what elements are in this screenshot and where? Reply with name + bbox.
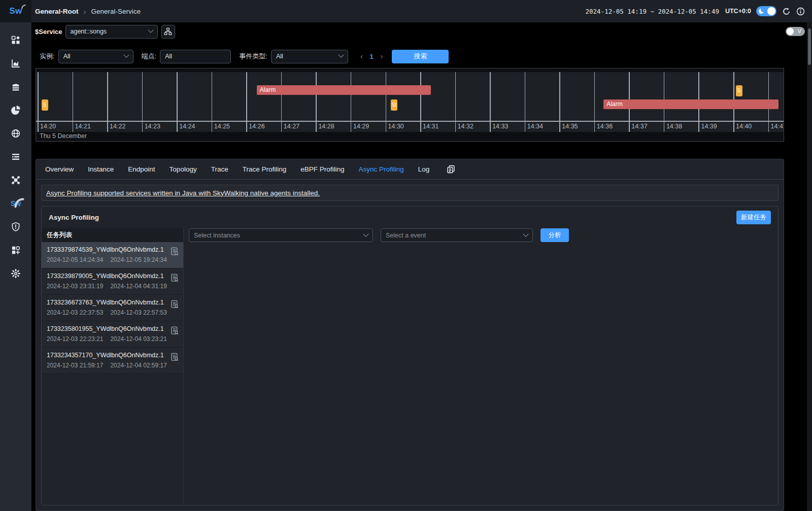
task-id: 1733234357170_YWdlbnQ6OnNvbmdz.1 — [47, 352, 179, 359]
skywalking-mini-icon[interactable]: Sw — [11, 198, 21, 209]
event-badge[interactable]: S — [42, 99, 48, 111]
task-id: 1733379874539_YWdlbnQ6OnNvbmdz.1 — [47, 246, 179, 253]
tab-log[interactable]: Log — [418, 165, 430, 173]
page-scrollbar-track[interactable] — [807, 22, 812, 511]
timeline-tick-label: 14:23 — [145, 123, 160, 130]
charts-icon[interactable] — [11, 58, 21, 69]
profiling-doc-link[interactable]: Async Profiling supported services writt… — [46, 189, 320, 197]
task-start-time: 2024-12-03 22:37:53 — [47, 309, 103, 316]
timeline-gridline — [73, 72, 74, 132]
breadcrumb-root[interactable]: General-Root — [35, 8, 79, 15]
timeline-axis-line — [36, 121, 784, 122]
list-icon[interactable] — [11, 152, 21, 162]
alarm-event-bar[interactable]: Alarm — [257, 85, 431, 95]
timeline-tick-label: 14:24 — [179, 123, 195, 130]
instance-filter-value: All — [63, 53, 71, 60]
breadcrumb-chevron-icon: › — [84, 7, 86, 16]
event-type-filter-value: All — [276, 53, 283, 60]
event-select-placeholder: Select a event — [386, 232, 426, 239]
timeline-tick-label: 14:28 — [318, 123, 334, 130]
pie-chart-icon[interactable] — [11, 105, 21, 115]
tab-async-profiling[interactable]: Async Profiling — [359, 165, 404, 173]
timeline-tick-label: 14:31 — [423, 123, 438, 130]
prev-page-button[interactable]: ‹ — [360, 52, 363, 60]
instances-select[interactable]: Select instances — [189, 228, 373, 242]
event-type-filter-select[interactable]: All — [271, 50, 348, 63]
timeline-tick-label: 14:26 — [249, 123, 264, 130]
tab-endpoint[interactable]: Endpoint — [128, 165, 155, 173]
breadcrumb-current[interactable]: General-Service — [91, 8, 141, 15]
instance-filter-label: 实例: — [40, 52, 55, 61]
service-select[interactable]: agent::songs — [65, 25, 158, 39]
timeline-gridline — [142, 72, 143, 132]
event-badge[interactable]: St — [391, 99, 397, 111]
moon-icon — [759, 9, 764, 14]
task-list-item[interactable]: 1733235801955_YWdlbnQ6OnNvbmdz.1 2024-12… — [42, 321, 183, 348]
analyze-button[interactable]: 分析 — [540, 228, 569, 242]
task-list-item[interactable]: 1733239879005_YWdlbnQ6OnNvbmdz.1 2024-12… — [42, 268, 183, 295]
task-list-item[interactable]: 1733379874539_YWdlbnQ6OnNvbmdz.1 2024-12… — [42, 242, 183, 268]
task-detail-icon[interactable] — [171, 300, 179, 310]
copy-icon[interactable] — [447, 165, 455, 174]
alarm-event-bar[interactable]: Alarm — [603, 99, 779, 109]
logo-cell[interactable]: Sw — [0, 0, 31, 22]
app-root: Sw — [0, 0, 812, 511]
timeline-tick-label: 14:34 — [527, 123, 543, 130]
version-toggle[interactable]: V — [786, 27, 805, 36]
new-task-button[interactable]: 新建任务 — [736, 211, 771, 224]
event-timeline[interactable]: 14:2014:2114:2214:2314:2414:2514:2614:27… — [36, 68, 784, 142]
tab-trace-profiling[interactable]: Trace Profiling — [243, 165, 287, 173]
task-end-time: 2024-12-05 19:24:34 — [110, 256, 166, 263]
dashboard-icon[interactable] — [11, 35, 21, 45]
task-list-item[interactable]: 1733236673763_YWdlbnQ6OnNvbmdz.1 2024-12… — [42, 295, 183, 321]
timeline-tick-label: 14:39 — [701, 123, 717, 130]
main: General-Root › General-Service 2024-12-0… — [31, 0, 812, 511]
page-number[interactable]: 1 — [370, 53, 374, 60]
timeline-gridline — [420, 72, 421, 132]
topology-icon[interactable] — [11, 175, 21, 185]
settings-gear-icon[interactable] — [11, 268, 21, 279]
timeline-tick-label: 14:29 — [353, 123, 369, 130]
info-icon[interactable] — [796, 7, 805, 16]
tab-overview[interactable]: Overview — [45, 165, 74, 173]
refresh-icon[interactable] — [782, 7, 791, 16]
task-detail-icon[interactable] — [171, 326, 179, 336]
task-start-time: 2024-12-05 14:24:34 — [47, 256, 103, 263]
timeline-gridline — [490, 72, 491, 132]
service-select-value: agent::songs — [71, 28, 107, 35]
layers-icon[interactable] — [11, 82, 21, 92]
task-detail-icon[interactable] — [171, 247, 179, 257]
tab-instance[interactable]: Instance — [88, 165, 114, 173]
async-profiling-card: Async Profiling 新建任务 任务列表 1733379874539_… — [41, 206, 779, 505]
chevron-down-icon — [523, 231, 528, 236]
time-range[interactable]: 2024-12-05 14:19 ~ 2024-12-05 14:49 — [586, 8, 719, 15]
task-list-item[interactable]: 1733234357170_YWdlbnQ6OnNvbmdz.1 2024-12… — [42, 348, 183, 374]
next-page-button[interactable]: › — [381, 52, 383, 60]
widgets-plus-icon[interactable] — [11, 245, 21, 255]
task-detail-icon[interactable] — [171, 353, 179, 363]
timeline-gridline — [281, 72, 282, 132]
tab-ebpf-profiling[interactable]: eBPF Profiling — [300, 165, 344, 173]
tab-trace[interactable]: Trace — [211, 165, 228, 173]
timeline-gridline — [177, 72, 178, 132]
chevron-down-icon — [148, 27, 153, 33]
timeline-tick-label: 14:25 — [214, 123, 230, 130]
timeline-gridline — [212, 72, 213, 132]
instance-filter-select[interactable]: All — [58, 50, 133, 63]
dark-mode-toggle[interactable] — [756, 6, 776, 16]
task-id: 1733235801955_YWdlbnQ6OnNvbmdz.1 — [47, 325, 179, 332]
event-badge[interactable]: S — [736, 85, 742, 96]
profiling-banner: Async Profiling supported services writt… — [41, 185, 779, 201]
search-button[interactable]: 搜索 — [392, 50, 449, 63]
alarm-shield-icon[interactable] — [11, 222, 21, 232]
page-scrollbar-thumb[interactable] — [808, 28, 811, 65]
sidebar-nav: Sw — [11, 22, 21, 285]
task-detail-icon[interactable] — [171, 274, 179, 284]
tab-topology[interactable]: Topology — [170, 165, 197, 173]
task-end-time: 2024-12-04 02:59:17 — [110, 362, 166, 369]
event-select[interactable]: Select a event — [381, 228, 533, 242]
endpoint-filter-input[interactable] — [160, 50, 231, 63]
globe-icon[interactable] — [11, 128, 21, 139]
timeline-tick-label: 14:35 — [562, 123, 578, 130]
service-topology-button[interactable] — [161, 25, 175, 39]
